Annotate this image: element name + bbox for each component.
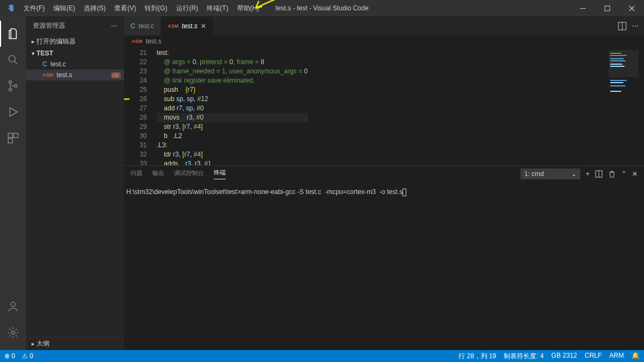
svg-rect-6 bbox=[8, 133, 13, 138]
sidebar-title: 资源管理器 bbox=[33, 21, 65, 30]
menu-item[interactable]: 查看(V) bbox=[110, 0, 140, 16]
window-controls bbox=[571, 0, 644, 16]
file-item[interactable]: Ctest.c bbox=[26, 59, 124, 70]
menu-item[interactable]: 转到(G) bbox=[140, 0, 171, 16]
explorer-icon[interactable] bbox=[0, 21, 26, 47]
svg-point-9 bbox=[11, 302, 15, 307]
asm-icon: ASM bbox=[132, 39, 143, 44]
line-gutter: 2122232425262728293031323334 bbox=[124, 47, 157, 165]
minimap[interactable] bbox=[606, 47, 644, 165]
vscode-logo-icon bbox=[0, 4, 19, 13]
terminal-content[interactable]: H:\stm32\develepTools\winToolset\test>ar… bbox=[124, 182, 644, 350]
svg-point-5 bbox=[15, 85, 17, 88]
panel-tab[interactable]: 调试控制台 bbox=[174, 169, 204, 179]
c-file-icon: C bbox=[42, 60, 47, 68]
svg-rect-15 bbox=[610, 55, 627, 56]
svg-point-4 bbox=[9, 89, 12, 91]
run-debug-icon[interactable] bbox=[0, 99, 26, 125]
titlebar: 文件(F)编辑(E)选择(S)查看(V)转到(G)运行(R)终端(T)帮助(H)… bbox=[0, 0, 644, 16]
panel-tabs: 问题输出调试控制台终端 1: cmd⌄ + ⌃ ✕ bbox=[124, 166, 644, 182]
svg-rect-17 bbox=[610, 60, 626, 61]
menu-item[interactable]: 帮助(H) bbox=[233, 0, 264, 16]
maximize-button[interactable] bbox=[595, 0, 620, 16]
open-editors-section[interactable]: ▸ 打开的编辑器 bbox=[26, 35, 124, 48]
status-bell-icon[interactable]: 🔔 bbox=[631, 352, 640, 361]
more-icon[interactable]: ⋯ bbox=[632, 22, 639, 30]
menu-item[interactable]: 编辑(E) bbox=[49, 0, 79, 16]
code-content[interactable]: test: @ args = 0, pretend = 0, frame = 8… bbox=[157, 47, 308, 165]
status-tab[interactable]: 制表符长度: 4 bbox=[504, 352, 543, 361]
close-button[interactable] bbox=[620, 0, 644, 16]
activity-bar bbox=[0, 16, 26, 350]
panel: 问题输出调试控制台终端 1: cmd⌄ + ⌃ ✕ H:\stm32\devel… bbox=[124, 165, 644, 350]
chevron-down-icon: ⌄ bbox=[571, 170, 577, 178]
menu-item[interactable]: 文件(F) bbox=[19, 0, 49, 16]
split-editor-icon[interactable] bbox=[618, 22, 627, 30]
menu-bar: 文件(F)编辑(E)选择(S)查看(V)转到(G)运行(R)终端(T)帮助(H) bbox=[19, 0, 263, 16]
svg-rect-19 bbox=[610, 66, 624, 67]
svg-point-2 bbox=[9, 55, 15, 62]
status-cursor[interactable]: 行 28，列 19 bbox=[459, 352, 496, 361]
accounts-icon[interactable] bbox=[0, 294, 26, 320]
panel-tab[interactable]: 问题 bbox=[131, 169, 143, 179]
svg-rect-16 bbox=[610, 58, 624, 59]
sidebar: 资源管理器 ⋯ ▸ 打开的编辑器 ▾ TEST Ctest.cASMtest.s… bbox=[26, 16, 124, 350]
close-tab-icon[interactable]: ✕ bbox=[201, 22, 206, 30]
settings-icon[interactable] bbox=[0, 320, 26, 346]
split-terminal-icon[interactable] bbox=[595, 170, 603, 178]
svg-rect-20 bbox=[610, 80, 627, 81]
svg-rect-0 bbox=[580, 8, 586, 9]
menu-item[interactable]: 终端(T) bbox=[202, 0, 232, 16]
editor[interactable]: 2122232425262728293031323334 test: @ arg… bbox=[124, 47, 644, 165]
more-icon[interactable]: ⋯ bbox=[111, 22, 117, 30]
svg-point-10 bbox=[11, 331, 15, 334]
menu-item[interactable]: 选择(S) bbox=[79, 0, 110, 16]
status-eol[interactable]: CRLF bbox=[585, 352, 602, 361]
new-terminal-icon[interactable]: + bbox=[586, 170, 590, 178]
svg-rect-14 bbox=[610, 53, 621, 54]
trash-icon[interactable] bbox=[608, 170, 616, 178]
editor-tab[interactable]: Ctest.c bbox=[124, 16, 161, 35]
svg-rect-8 bbox=[8, 139, 13, 143]
svg-rect-1 bbox=[605, 6, 610, 11]
project-section[interactable]: ▾ TEST bbox=[26, 48, 124, 59]
terminal-select[interactable]: 1: cmd⌄ bbox=[521, 168, 580, 179]
status-encoding[interactable]: GB 2312 bbox=[552, 352, 577, 361]
chevron-up-icon[interactable]: ⌃ bbox=[621, 170, 627, 178]
breadcrumb-label: test.s bbox=[146, 38, 162, 45]
editor-tab[interactable]: ASMtest.s✕ bbox=[161, 16, 213, 35]
extensions-icon[interactable] bbox=[0, 125, 26, 151]
svg-rect-7 bbox=[14, 133, 18, 138]
svg-point-3 bbox=[9, 81, 12, 84]
sidebar-header: 资源管理器 ⋯ bbox=[26, 16, 124, 35]
svg-rect-18 bbox=[610, 64, 622, 65]
c-file-icon: C bbox=[131, 22, 135, 30]
status-bar: ⊗ 0 ⚠ 0 行 28，列 19 制表符长度: 4 GB 2312 CRLF … bbox=[0, 350, 644, 362]
source-control-icon[interactable] bbox=[0, 73, 26, 99]
scm-badge: clc bbox=[111, 72, 121, 78]
window-title: test.s - test - Visual Studio Code bbox=[275, 4, 368, 12]
minimize-button[interactable] bbox=[571, 0, 595, 16]
breadcrumb[interactable]: ASM test.s bbox=[124, 35, 644, 47]
svg-rect-22 bbox=[610, 85, 626, 86]
status-errors[interactable]: ⊗ 0 bbox=[4, 352, 15, 360]
status-lang[interactable]: ARM bbox=[609, 352, 624, 361]
status-warnings[interactable]: ⚠ 0 bbox=[22, 352, 33, 360]
outline-section[interactable]: ▸ 大纲 bbox=[26, 337, 124, 350]
asm-file-icon: ASM bbox=[42, 72, 53, 78]
search-icon[interactable] bbox=[0, 47, 26, 73]
asm-file-icon: ASM bbox=[168, 23, 178, 29]
menu-item[interactable]: 运行(R) bbox=[172, 0, 203, 16]
panel-tab[interactable]: 终端 bbox=[214, 168, 226, 179]
svg-rect-21 bbox=[610, 82, 623, 83]
close-panel-icon[interactable]: ✕ bbox=[632, 170, 637, 178]
file-item[interactable]: ASMtest.sclc bbox=[26, 70, 124, 80]
svg-rect-23 bbox=[610, 91, 621, 92]
panel-tab[interactable]: 输出 bbox=[152, 169, 164, 179]
editor-tabs: Ctest.cASMtest.s✕⋯ bbox=[124, 16, 644, 35]
